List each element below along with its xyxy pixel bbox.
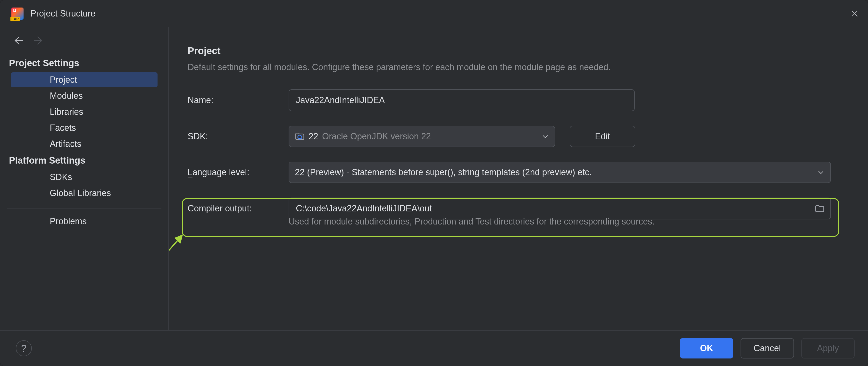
sidebar-item-modules[interactable]: Modules <box>11 88 158 103</box>
sidebar-item-libraries[interactable]: Libraries <box>11 104 158 119</box>
sidebar-divider <box>7 209 161 209</box>
apply-button[interactable]: Apply <box>801 338 855 359</box>
help-button[interactable]: ? <box>16 340 32 356</box>
back-icon[interactable] <box>13 35 24 46</box>
jdk-folder-icon <box>295 131 305 141</box>
label-sdk: SDK: <box>188 131 289 142</box>
sidebar: Project Settings Project Modules Librari… <box>0 27 169 330</box>
row-name: Name: <box>188 89 851 111</box>
svg-line-1 <box>169 236 182 279</box>
forward-icon[interactable] <box>33 35 44 46</box>
sidebar-item-project[interactable]: Project <box>11 72 158 87</box>
label-compiler-output: Compiler output: <box>188 203 289 214</box>
row-sdk: SDK: 22 Oracle OpenJDK version 22 <box>188 126 851 147</box>
label-name: Name: <box>188 95 289 105</box>
compiler-output-value: C:\code\Java22AndIntelliJIDEA\out <box>296 203 432 214</box>
project-structure-dialog: IJ EAP Project Structure Project Setting… <box>0 0 868 366</box>
sidebar-section-project-settings: Project Settings <box>0 55 168 72</box>
sidebar-item-artifacts[interactable]: Artifacts <box>11 136 158 151</box>
button-bar: ? OK Cancel Apply <box>0 330 868 366</box>
edit-sdk-button[interactable]: Edit <box>570 126 635 147</box>
chevron-down-icon <box>541 133 549 140</box>
dialog-body: Project Settings Project Modules Librari… <box>0 27 868 330</box>
sdk-value-sub: Oracle OpenJDK version 22 <box>322 131 431 142</box>
sdk-value-main: 22 <box>309 131 318 142</box>
titlebar: IJ EAP Project Structure <box>0 0 868 27</box>
language-level-dropdown[interactable]: 22 (Preview) - Statements before super()… <box>289 162 831 183</box>
annotation-arrow <box>169 231 236 328</box>
sidebar-item-problems[interactable]: Problems <box>11 214 158 229</box>
sidebar-section-platform-settings: Platform Settings <box>0 152 168 169</box>
close-icon[interactable] <box>849 8 861 20</box>
main-panel: Project Default settings for all modules… <box>169 27 868 330</box>
page-title: Project <box>188 45 851 56</box>
chevron-down-icon <box>817 169 825 176</box>
language-level-value: 22 (Preview) - Statements before super()… <box>295 167 592 177</box>
row-compiler-output: Compiler output: C:\code\Java22AndIntell… <box>188 197 851 219</box>
compiler-output-field[interactable]: C:\code\Java22AndIntelliJIDEA\out <box>289 197 831 219</box>
cancel-button[interactable]: Cancel <box>741 338 794 359</box>
sidebar-item-facets[interactable]: Facets <box>11 120 158 135</box>
page-description: Default settings for all modules. Config… <box>188 62 851 72</box>
window-title: Project Structure <box>30 8 95 19</box>
intellij-eap-icon: IJ EAP <box>11 7 24 20</box>
sidebar-item-global-libraries[interactable]: Global Libraries <box>11 186 158 201</box>
ok-button[interactable]: OK <box>680 338 733 359</box>
nav-history <box>0 31 168 55</box>
label-language-level: Language level: <box>188 167 289 177</box>
project-name-input[interactable] <box>289 89 635 111</box>
sidebar-item-sdks[interactable]: SDKs <box>11 170 158 185</box>
sdk-dropdown[interactable]: 22 Oracle OpenJDK version 22 <box>289 126 555 147</box>
browse-folder-icon[interactable] <box>815 204 825 213</box>
row-language-level: Language level: 22 (Preview) - Statement… <box>188 162 851 183</box>
